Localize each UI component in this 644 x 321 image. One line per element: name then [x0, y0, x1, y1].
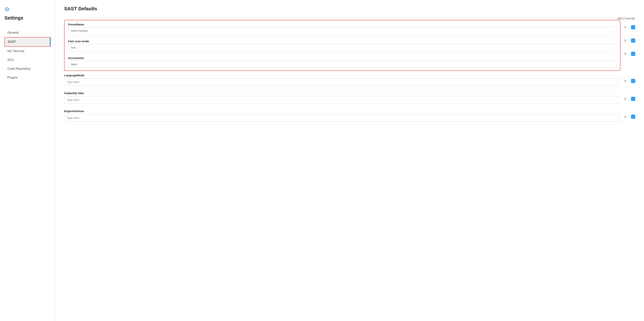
fast-scan-mode-input-wrapper: ⌄ [68, 44, 616, 51]
folder-file-filter-delete-button[interactable]: 🗑 [623, 97, 628, 101]
folder-file-filter-override-checkbox[interactable] [631, 97, 635, 101]
language-mode-override-checkbox[interactable] [631, 79, 635, 83]
sidebar-item-general[interactable]: General [4, 28, 51, 37]
sidebar-item-label: IaC Security [7, 49, 24, 53]
language-mode-input-wrapper: ⌄ [64, 78, 620, 86]
chevron-down-icon: ⌄ [616, 80, 618, 83]
sidebar-item-sast[interactable]: SAST [4, 37, 51, 47]
engine-verbose-delete-button[interactable]: 🗑 [623, 115, 628, 119]
incremental-input[interactable] [68, 61, 616, 68]
chevron-down-icon: ⌄ [616, 116, 618, 119]
fast-scan-mode-input[interactable] [68, 44, 616, 51]
preset-name-delete-button[interactable]: 🗑 [623, 26, 628, 29]
sidebar-item-label: SAST [8, 40, 16, 44]
sidebar-item-label: Plugins [7, 76, 18, 79]
engine-verbose-override-checkbox[interactable] [631, 115, 635, 119]
sidebar-title: Settings [4, 15, 51, 21]
chevron-down-icon: ⌄ [612, 29, 614, 32]
incremental-input-wrapper: ⌄ [68, 61, 616, 68]
engine-verbose-label: EngineVerbose [64, 106, 620, 114]
incremental-row: Incremental ⌄ [64, 54, 620, 70]
preset-name-label: PresetName [64, 20, 620, 27]
sidebar-item-plugins[interactable]: Plugins [4, 73, 51, 82]
allow-override-header: Allow Override [617, 17, 635, 20]
incremental-override-checkbox[interactable] [631, 52, 635, 56]
fast-scan-mode-row: Fast scan mode ⌄ [64, 37, 620, 54]
folder-file-filter-input-wrapper [64, 96, 620, 104]
language-mode-input[interactable] [64, 78, 620, 86]
sidebar-header: ⚙ Settings [4, 6, 51, 21]
fast-scan-mode-override-checkbox[interactable] [631, 38, 635, 42]
sidebar-item-code-repository[interactable]: Code Repository [4, 64, 51, 73]
sidebar-nav: General SAST IaC Security SCA Code Repos… [4, 28, 51, 82]
engine-verbose-input[interactable] [64, 114, 620, 121]
main-content: SAST Defaults Allow Override PresetName … [55, 0, 644, 321]
sidebar: ⚙ Settings General SAST IaC Security SCA… [0, 0, 55, 321]
sidebar-item-sca[interactable]: SCA [4, 56, 51, 64]
language-mode-delete-button[interactable]: 🗑 [623, 79, 628, 83]
incremental-delete-button[interactable]: 🗑 [623, 52, 628, 56]
language-mode-row: LanguageMode ⌄ [64, 71, 620, 89]
preset-name-input-wrapper: ⌄ [68, 27, 616, 34]
sidebar-item-label: SCA [7, 58, 14, 62]
folder-file-filter-row: Folder/file filter [64, 89, 620, 106]
sidebar-item-label: General [7, 31, 18, 34]
sidebar-item-iac-security[interactable]: IaC Security [4, 47, 51, 56]
gear-icon: ⚙ [4, 6, 51, 13]
fast-scan-mode-label: Fast scan mode [64, 37, 620, 44]
fast-scan-mode-delete-button[interactable]: 🗑 [623, 39, 628, 42]
folder-file-filter-label: Folder/file filter [64, 89, 620, 96]
red-border-settings-group: PresetName ⌄ Fast scan mode ⌄ [64, 20, 620, 71]
engine-verbose-row: EngineVerbose ⌄ [64, 106, 620, 124]
preset-name-row: PresetName ⌄ [64, 20, 620, 37]
language-mode-label: LanguageMode [64, 71, 620, 78]
preset-name-input[interactable] [68, 27, 616, 34]
sidebar-item-label: Code Repository [7, 67, 31, 70]
preset-name-override-checkbox[interactable] [631, 25, 635, 29]
folder-file-filter-input[interactable] [64, 96, 620, 104]
page-title: SAST Defaults [64, 6, 635, 12]
chevron-down-icon: ⌄ [612, 63, 614, 66]
engine-verbose-input-wrapper: ⌄ [64, 114, 620, 121]
incremental-label: Incremental [64, 54, 620, 61]
chevron-down-icon: ⌄ [612, 46, 614, 49]
